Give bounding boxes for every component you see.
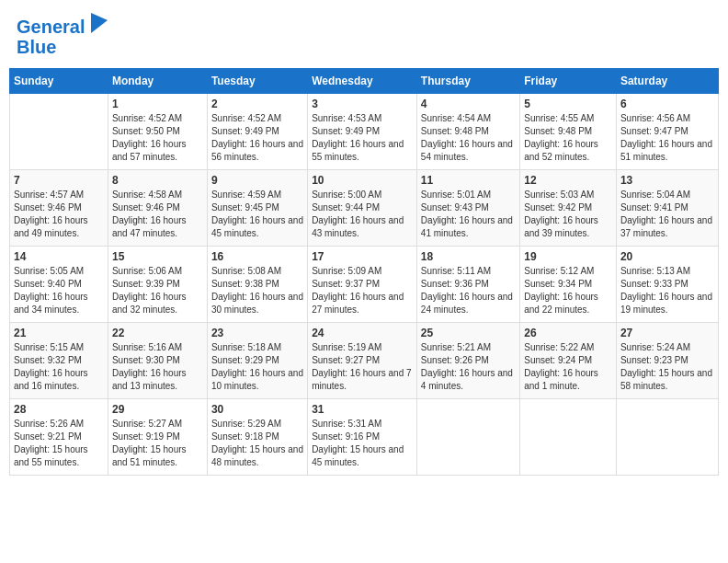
day-cell: 29Sunrise: 5:27 AM Sunset: 9:19 PM Dayli… bbox=[108, 399, 207, 476]
week-row-2: 7Sunrise: 4:57 AM Sunset: 9:46 PM Daylig… bbox=[10, 170, 719, 247]
day-info: Sunrise: 5:22 AM Sunset: 9:24 PM Dayligh… bbox=[524, 341, 612, 393]
week-row-5: 28Sunrise: 5:26 AM Sunset: 9:21 PM Dayli… bbox=[10, 399, 719, 476]
day-number: 4 bbox=[421, 98, 516, 110]
day-cell: 9Sunrise: 4:59 AM Sunset: 9:45 PM Daylig… bbox=[207, 170, 307, 247]
column-header-tuesday: Tuesday bbox=[207, 69, 307, 94]
day-cell bbox=[10, 94, 108, 170]
day-cell: 17Sunrise: 5:09 AM Sunset: 9:37 PM Dayli… bbox=[308, 247, 417, 323]
day-number: 29 bbox=[112, 403, 203, 416]
day-number: 31 bbox=[312, 403, 413, 416]
day-cell: 27Sunrise: 5:24 AM Sunset: 9:23 PM Dayli… bbox=[616, 323, 718, 399]
day-cell: 13Sunrise: 5:04 AM Sunset: 9:41 PM Dayli… bbox=[616, 170, 718, 247]
day-cell: 26Sunrise: 5:22 AM Sunset: 9:24 PM Dayli… bbox=[520, 323, 617, 399]
day-info: Sunrise: 5:13 AM Sunset: 9:33 PM Dayligh… bbox=[620, 265, 714, 316]
day-cell: 15Sunrise: 5:06 AM Sunset: 9:39 PM Dayli… bbox=[108, 247, 207, 323]
week-row-4: 21Sunrise: 5:15 AM Sunset: 9:32 PM Dayli… bbox=[10, 323, 719, 399]
day-cell: 7Sunrise: 4:57 AM Sunset: 9:46 PM Daylig… bbox=[10, 170, 108, 247]
day-cell: 22Sunrise: 5:16 AM Sunset: 9:30 PM Dayli… bbox=[108, 323, 207, 399]
day-cell: 18Sunrise: 5:11 AM Sunset: 9:36 PM Dayli… bbox=[416, 247, 519, 323]
day-number: 18 bbox=[421, 250, 516, 263]
week-row-1: 1Sunrise: 4:52 AM Sunset: 9:50 PM Daylig… bbox=[10, 94, 719, 170]
day-info: Sunrise: 5:29 AM Sunset: 9:18 PM Dayligh… bbox=[211, 418, 303, 469]
day-cell: 12Sunrise: 5:03 AM Sunset: 9:42 PM Dayli… bbox=[520, 170, 617, 247]
column-header-thursday: Thursday bbox=[416, 69, 519, 94]
day-info: Sunrise: 5:15 AM Sunset: 9:32 PM Dayligh… bbox=[14, 341, 104, 393]
day-info: Sunrise: 5:04 AM Sunset: 9:41 PM Dayligh… bbox=[620, 189, 714, 240]
day-number: 3 bbox=[312, 98, 413, 110]
day-number: 28 bbox=[14, 403, 104, 416]
day-number: 9 bbox=[211, 174, 303, 187]
day-number: 17 bbox=[312, 250, 413, 263]
day-cell: 21Sunrise: 5:15 AM Sunset: 9:32 PM Dayli… bbox=[10, 323, 108, 399]
column-header-friday: Friday bbox=[520, 69, 617, 94]
day-info: Sunrise: 5:03 AM Sunset: 9:42 PM Dayligh… bbox=[524, 189, 612, 240]
day-info: Sunrise: 5:27 AM Sunset: 9:19 PM Dayligh… bbox=[112, 418, 203, 469]
day-info: Sunrise: 5:21 AM Sunset: 9:26 PM Dayligh… bbox=[421, 341, 516, 393]
day-number: 13 bbox=[620, 174, 714, 187]
logo-blue-text: Blue bbox=[17, 37, 108, 57]
day-info: Sunrise: 5:05 AM Sunset: 9:40 PM Dayligh… bbox=[14, 265, 104, 316]
day-cell: 5Sunrise: 4:55 AM Sunset: 9:48 PM Daylig… bbox=[520, 94, 617, 170]
day-cell bbox=[416, 399, 519, 476]
day-cell: 3Sunrise: 4:53 AM Sunset: 9:49 PM Daylig… bbox=[308, 94, 417, 170]
day-number: 27 bbox=[620, 327, 714, 339]
day-number: 5 bbox=[524, 98, 612, 110]
logo: General Blue bbox=[17, 13, 108, 57]
day-info: Sunrise: 5:11 AM Sunset: 9:36 PM Dayligh… bbox=[421, 265, 516, 316]
day-number: 12 bbox=[524, 174, 612, 187]
day-number: 20 bbox=[620, 250, 714, 263]
column-header-saturday: Saturday bbox=[616, 69, 718, 94]
day-info: Sunrise: 4:58 AM Sunset: 9:46 PM Dayligh… bbox=[112, 189, 203, 240]
logo-icon bbox=[91, 13, 108, 33]
day-info: Sunrise: 5:16 AM Sunset: 9:30 PM Dayligh… bbox=[112, 341, 203, 393]
day-number: 7 bbox=[14, 174, 104, 187]
day-cell: 19Sunrise: 5:12 AM Sunset: 9:34 PM Dayli… bbox=[520, 247, 617, 323]
day-number: 23 bbox=[211, 327, 303, 339]
day-number: 26 bbox=[524, 327, 612, 339]
day-number: 2 bbox=[211, 98, 303, 110]
page-header: General Blue bbox=[9, 9, 719, 61]
day-info: Sunrise: 5:00 AM Sunset: 9:44 PM Dayligh… bbox=[312, 189, 413, 240]
day-info: Sunrise: 4:52 AM Sunset: 9:50 PM Dayligh… bbox=[112, 112, 203, 164]
day-info: Sunrise: 4:53 AM Sunset: 9:49 PM Dayligh… bbox=[312, 112, 413, 164]
column-headers: SundayMondayTuesdayWednesdayThursdayFrid… bbox=[10, 69, 719, 94]
logo-text: General bbox=[17, 13, 108, 37]
day-info: Sunrise: 5:01 AM Sunset: 9:43 PM Dayligh… bbox=[421, 189, 516, 240]
day-cell: 30Sunrise: 5:29 AM Sunset: 9:18 PM Dayli… bbox=[207, 399, 307, 476]
day-number: 14 bbox=[14, 250, 104, 263]
day-number: 15 bbox=[112, 250, 203, 263]
day-number: 11 bbox=[421, 174, 516, 187]
day-info: Sunrise: 4:56 AM Sunset: 9:47 PM Dayligh… bbox=[620, 112, 714, 164]
day-info: Sunrise: 4:52 AM Sunset: 9:49 PM Dayligh… bbox=[211, 112, 303, 164]
calendar-table: SundayMondayTuesdayWednesdayThursdayFrid… bbox=[9, 68, 719, 476]
week-row-3: 14Sunrise: 5:05 AM Sunset: 9:40 PM Dayli… bbox=[10, 247, 719, 323]
day-info: Sunrise: 5:24 AM Sunset: 9:23 PM Dayligh… bbox=[620, 341, 714, 393]
day-info: Sunrise: 4:57 AM Sunset: 9:46 PM Dayligh… bbox=[14, 189, 104, 240]
day-cell bbox=[616, 399, 718, 476]
day-cell: 14Sunrise: 5:05 AM Sunset: 9:40 PM Dayli… bbox=[10, 247, 108, 323]
day-info: Sunrise: 4:55 AM Sunset: 9:48 PM Dayligh… bbox=[524, 112, 612, 164]
day-number: 1 bbox=[112, 98, 203, 110]
day-cell: 6Sunrise: 4:56 AM Sunset: 9:47 PM Daylig… bbox=[616, 94, 718, 170]
day-info: Sunrise: 5:19 AM Sunset: 9:27 PM Dayligh… bbox=[312, 341, 413, 393]
day-cell: 1Sunrise: 4:52 AM Sunset: 9:50 PM Daylig… bbox=[108, 94, 207, 170]
day-number: 22 bbox=[112, 327, 203, 339]
day-cell: 23Sunrise: 5:18 AM Sunset: 9:29 PM Dayli… bbox=[207, 323, 307, 399]
day-cell: 24Sunrise: 5:19 AM Sunset: 9:27 PM Dayli… bbox=[308, 323, 417, 399]
day-cell: 2Sunrise: 4:52 AM Sunset: 9:49 PM Daylig… bbox=[207, 94, 307, 170]
day-cell bbox=[520, 399, 617, 476]
calendar-body: 1Sunrise: 4:52 AM Sunset: 9:50 PM Daylig… bbox=[10, 94, 719, 476]
day-number: 8 bbox=[112, 174, 203, 187]
day-info: Sunrise: 5:26 AM Sunset: 9:21 PM Dayligh… bbox=[14, 418, 104, 469]
day-number: 10 bbox=[312, 174, 413, 187]
day-number: 21 bbox=[14, 327, 104, 339]
column-header-sunday: Sunday bbox=[10, 69, 108, 94]
day-info: Sunrise: 5:09 AM Sunset: 9:37 PM Dayligh… bbox=[312, 265, 413, 316]
day-number: 19 bbox=[524, 250, 612, 263]
day-cell: 20Sunrise: 5:13 AM Sunset: 9:33 PM Dayli… bbox=[616, 247, 718, 323]
day-cell: 31Sunrise: 5:31 AM Sunset: 9:16 PM Dayli… bbox=[308, 399, 417, 476]
day-number: 16 bbox=[211, 250, 303, 263]
day-cell: 28Sunrise: 5:26 AM Sunset: 9:21 PM Dayli… bbox=[10, 399, 108, 476]
day-cell: 8Sunrise: 4:58 AM Sunset: 9:46 PM Daylig… bbox=[108, 170, 207, 247]
day-info: Sunrise: 5:12 AM Sunset: 9:34 PM Dayligh… bbox=[524, 265, 612, 316]
